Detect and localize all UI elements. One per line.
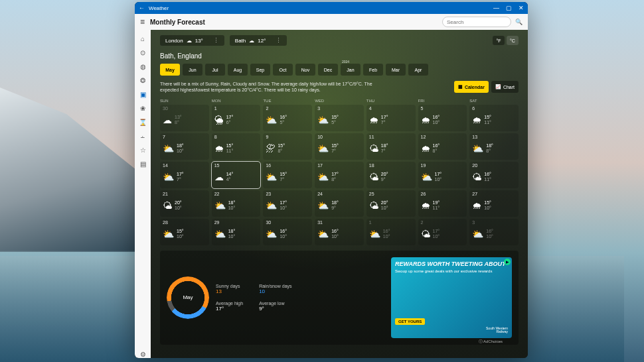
month-tab-aug[interactable]: Aug (228, 64, 248, 76)
ad-close-icon[interactable]: ▶ (504, 259, 511, 265)
day-number: 18 (369, 163, 413, 168)
search-icon[interactable]: 🔍 (515, 19, 523, 25)
day-cell[interactable]: 26🌧19°11° (418, 190, 467, 217)
advertisement[interactable]: ▶ REWARDS WORTH TWEETING ABOUT Swoop up … (391, 257, 512, 338)
day-cell[interactable]: 6🌧15°11° (469, 105, 519, 131)
globe-icon[interactable]: ◍ (140, 63, 146, 70)
weather-icon: ⛅ (214, 229, 226, 239)
day-cell[interactable]: 1⛅16°10° (366, 219, 416, 245)
day-cell[interactable]: 31⛅16°10° (315, 219, 364, 245)
search-input[interactable] (442, 17, 511, 27)
day-cell[interactable]: 28⛅15°10° (160, 219, 209, 245)
day-cell[interactable]: 30⛅16°10° (263, 219, 312, 245)
map-icon[interactable]: ⊙ (140, 49, 145, 56)
more-icon[interactable]: ⋮ (276, 37, 282, 44)
day-number: 23 (266, 192, 309, 196)
settings-icon[interactable]: ⚙ (140, 351, 146, 358)
day-number: 9 (266, 135, 309, 139)
day-cell[interactable]: 8🌧15°11° (212, 133, 261, 160)
home-icon[interactable]: ⌂ (141, 35, 145, 42)
minimize-button[interactable]: — (493, 5, 499, 11)
low-temp: 7° (177, 177, 184, 182)
day-cell[interactable]: 7⛅18°10° (160, 133, 209, 160)
close-button[interactable]: ✕ (519, 5, 524, 11)
month-tab-feb[interactable]: Feb (363, 64, 383, 76)
month-tab-apr[interactable]: Apr (408, 64, 428, 76)
day-cell[interactable]: 27🌧15°10° (469, 190, 519, 217)
day-cell[interactable]: 14⛅17°7° (160, 162, 209, 188)
month-tab-may[interactable]: May (160, 64, 180, 76)
day-cell[interactable]: 17⛅17°8° (315, 162, 364, 188)
high-temp: 14° (226, 172, 234, 177)
hamburger-icon[interactable]: ≡ (140, 17, 145, 27)
city-pill-bath[interactable]: Bath☁12°⋮ (230, 35, 287, 46)
day-cell[interactable]: 2⛅16°5° (263, 105, 312, 131)
day-cell[interactable]: 21🌤20°10° (160, 190, 209, 217)
dow-label: THU (366, 99, 416, 103)
day-cell[interactable]: 24⛅18°9° (315, 190, 364, 217)
back-icon[interactable]: ← (139, 5, 145, 11)
month-tab-jan[interactable]: Jan2024 (341, 64, 361, 76)
high-temp: 17° (331, 172, 339, 177)
day-cell[interactable]: 2🌤17°10° (418, 219, 467, 245)
day-cell[interactable]: 9⛈15°8° (263, 133, 312, 160)
calendar-icon: ▦ (458, 84, 463, 90)
high-temp: 17° (435, 172, 442, 177)
day-number: 5 (421, 106, 465, 111)
city-pill-london[interactable]: London☁13°⋮ (160, 35, 224, 46)
day-cell[interactable]: 3⛅16°10° (469, 219, 519, 245)
month-tab-dec[interactable]: Dec (318, 64, 338, 76)
day-cell[interactable]: 19⛅17°10° (418, 162, 467, 188)
day-number: 6 (472, 106, 516, 111)
city-name: London (165, 38, 183, 44)
day-cell[interactable]: 23⛅17°10° (263, 190, 312, 217)
month-tab-mar[interactable]: Mar (386, 64, 406, 76)
chart-icon: 📈 (495, 84, 501, 90)
weather-icon: 🌧 (472, 115, 481, 125)
news-icon[interactable]: ▤ (140, 160, 146, 168)
maximize-button[interactable]: ▢ (506, 5, 512, 11)
high-temp: 15° (484, 200, 491, 206)
month-tab-jul[interactable]: Jul (205, 64, 225, 76)
day-cell[interactable]: 12🌧16°8° (418, 133, 467, 160)
day-cell[interactable]: 30☁13°8° (160, 105, 209, 131)
chart-icon[interactable]: ⫠ (139, 133, 146, 140)
day-cell[interactable]: 18🌤20°9° (366, 162, 416, 188)
day-cell[interactable]: 20🌤16°11° (469, 162, 519, 188)
calendar-icon[interactable]: ▣ (140, 91, 146, 98)
more-icon[interactable]: ⋮ (213, 37, 219, 44)
day-cell[interactable]: 5🌧16°10° (418, 105, 467, 131)
day-cell[interactable]: 25🌤20°10° (366, 190, 416, 217)
day-cell[interactable]: 11🌤18°7° (366, 133, 416, 160)
day-cell[interactable]: 10⛅15°7° (315, 133, 364, 160)
unit-f[interactable]: °F (493, 36, 505, 45)
day-number: 11 (369, 135, 413, 139)
day-cell[interactable]: 3⛅15°5° (315, 105, 364, 131)
weather-icon: 🌧 (421, 201, 430, 210)
unit-c[interactable]: °C (507, 36, 519, 45)
month-tab-jun[interactable]: Jun (183, 64, 202, 76)
view-chart-button[interactable]: 📈 Chart (491, 81, 519, 93)
day-cell[interactable]: 4🌧17°7° (366, 105, 416, 131)
day-number: 26 (421, 192, 465, 196)
day-cell[interactable]: 1🌦17°6° (212, 105, 261, 131)
ad-cta-button[interactable]: GET YOURS (395, 318, 425, 325)
day-cell[interactable]: 16⛅15°7° (263, 162, 312, 188)
low-temp: 9° (381, 177, 388, 182)
high-temp: 16° (280, 115, 287, 120)
month-tab-oct[interactable]: Oct (273, 64, 293, 76)
high-temp: 19° (433, 200, 440, 206)
favorites-icon[interactable]: ☆ (140, 147, 146, 154)
view-calendar-button[interactable]: ▦ Calendar (454, 81, 489, 93)
low-temp: 4° (226, 177, 234, 182)
adchoices-label[interactable]: ⓘ AdChoices (479, 339, 503, 345)
day-cell[interactable]: 13⛅18°8° (469, 133, 519, 160)
pollen-icon[interactable]: ❀ (140, 105, 145, 112)
history-icon[interactable]: ⌛ (139, 119, 147, 126)
day-cell[interactable]: 22⛅18°10° (212, 190, 261, 217)
day-cell[interactable]: 29⛅18°10° (212, 219, 261, 245)
day-cell[interactable]: 15☁14°4° (212, 162, 261, 188)
life-icon[interactable]: ❂ (140, 77, 145, 84)
month-tab-nov[interactable]: Nov (295, 64, 315, 76)
month-tab-sep[interactable]: Sep (250, 64, 270, 76)
